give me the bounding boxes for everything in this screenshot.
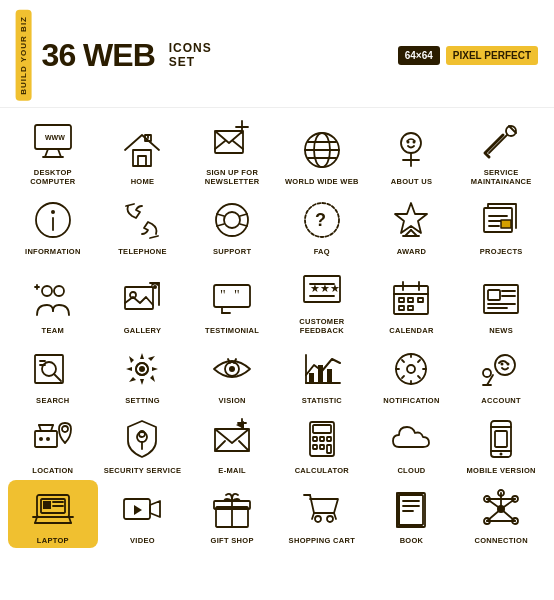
service-maintainance-label: SERVICE MAINTAINANCE: [458, 168, 544, 186]
calculator-label: CALCULATOR: [295, 466, 349, 475]
svg-line-108: [402, 360, 404, 362]
icon-cell-location: LOCATION: [8, 410, 98, 478]
about-us-label: ABOUT US: [391, 177, 433, 186]
video-icon: [118, 485, 166, 533]
calendar-icon: [387, 275, 435, 323]
icons-grid: WWW DESKTOP COMPUTER HOME SIGN UP FOR NE…: [0, 108, 554, 552]
svg-rect-73: [418, 298, 423, 302]
icon-cell-testimonial: " " TESTIMONIAL: [187, 261, 277, 338]
pixel-badge: PIXEL PERFECT: [446, 46, 538, 65]
svg-line-146: [35, 517, 37, 523]
svg-rect-133: [313, 437, 317, 441]
desktop-computer-label: DESKTOP COMPUTER: [10, 168, 96, 186]
svg-rect-48: [501, 220, 511, 228]
icon-cell-shopping-cart: SHOPPING CART: [277, 480, 367, 548]
support-label: SUPPORT: [213, 247, 251, 256]
header: BUILD YOUR BIZ 36 WEB ICONS SET 64×64 PI…: [0, 0, 554, 108]
svg-line-84: [54, 374, 61, 381]
svg-point-57: [153, 285, 157, 289]
shopping-cart-icon: [298, 485, 346, 533]
laptop-label: LAPTOP: [37, 536, 69, 545]
icon-cell-calendar: CALENDAR: [367, 261, 457, 338]
connection-icon: [477, 485, 525, 533]
header-badges: 64×64 PIXEL PERFECT: [398, 46, 538, 65]
svg-line-177: [487, 499, 501, 509]
support-icon: [208, 196, 256, 244]
notification-icon: [387, 345, 435, 393]
svg-point-29: [51, 210, 55, 214]
svg-rect-134: [320, 437, 324, 441]
setting-icon: [118, 345, 166, 393]
security-service-icon: [118, 415, 166, 463]
set-label: SET: [169, 55, 195, 69]
icon-cell-about-us: ABOUT US: [367, 112, 457, 189]
svg-point-49: [42, 286, 52, 296]
svg-point-111: [507, 362, 510, 365]
size-badge: 64×64: [398, 46, 440, 65]
statistic-icon: [298, 345, 346, 393]
gift-shop-label: GIFT SHOP: [211, 536, 254, 545]
projects-icon: [477, 196, 525, 244]
svg-line-163: [334, 513, 336, 519]
icon-cell-account: ACCOUNT: [456, 340, 546, 408]
about-us-icon: [387, 126, 435, 174]
icon-cell-support: SUPPORT: [187, 191, 277, 259]
svg-line-36: [240, 214, 247, 216]
world-wide-web-label: WORLD WIDE WEB: [285, 177, 359, 186]
svg-point-113: [483, 369, 491, 377]
icon-cell-gift-shop: GIFT SHOP: [187, 480, 277, 548]
svg-point-99: [396, 354, 426, 384]
faq-label: FAQ: [314, 247, 330, 256]
statistic-label: STATISTIC: [302, 396, 342, 405]
icon-cell-award: AWARD: [367, 191, 457, 259]
telephone-icon: [118, 196, 166, 244]
e-mail-icon: [208, 415, 256, 463]
main-title: 36 WEB: [42, 37, 155, 74]
calculator-icon: [298, 415, 346, 463]
customer-feedback-label: CUSTOMER FEEDBACK: [279, 317, 365, 335]
svg-rect-143: [495, 431, 507, 447]
svg-point-50: [54, 286, 64, 296]
svg-line-31: [150, 236, 158, 238]
account-label: ACCOUNT: [481, 396, 521, 405]
icon-cell-world-wide-web: WORLD WIDE WEB: [277, 112, 367, 189]
icon-cell-search: SEARCH: [8, 340, 98, 408]
icon-cell-news: NEWS: [456, 261, 546, 338]
svg-point-109: [495, 355, 515, 375]
news-label: NEWS: [489, 326, 513, 335]
icon-cell-desktop-computer: WWW DESKTOP COMPUTER: [8, 112, 98, 189]
svg-line-107: [418, 376, 420, 378]
sign-up-newsletter-label: SIGN UP FOR NEWSLETTER: [189, 168, 275, 186]
mobile-version-icon: [477, 415, 525, 463]
svg-point-120: [46, 437, 50, 441]
svg-rect-165: [399, 495, 423, 525]
svg-point-110: [501, 362, 504, 365]
icon-cell-statistic: STATISTIC: [277, 340, 367, 408]
home-icon: [118, 126, 166, 174]
icon-cell-security-service: SECURITY SERVICE: [98, 410, 188, 478]
svg-line-37: [240, 224, 247, 226]
subtitle: ICONS SET: [169, 41, 212, 69]
search-icon: [29, 345, 77, 393]
icon-cell-book: BOOK: [367, 480, 457, 548]
faq-icon: ?: [298, 196, 346, 244]
icon-cell-telephone: TELEPHONE: [98, 191, 188, 259]
svg-point-119: [39, 437, 43, 441]
book-label: BOOK: [400, 536, 424, 545]
svg-line-30: [126, 204, 134, 206]
svg-point-121: [62, 426, 68, 432]
svg-marker-40: [395, 203, 427, 233]
svg-text:": ": [234, 288, 240, 303]
svg-point-91: [229, 366, 235, 372]
svg-point-33: [224, 212, 240, 228]
svg-line-178: [501, 499, 515, 509]
calendar-label: CALENDAR: [389, 326, 433, 335]
connection-label: CONNECTION: [474, 536, 527, 545]
svg-line-2: [45, 149, 48, 157]
icon-cell-setting: SETTING: [98, 340, 188, 408]
notification-label: NOTIFICATION: [383, 396, 439, 405]
sign-up-newsletter-icon: [208, 117, 256, 165]
svg-rect-124: [139, 431, 145, 437]
icon-cell-e-mail: E-MAIL: [187, 410, 277, 478]
svg-line-3: [58, 149, 61, 157]
